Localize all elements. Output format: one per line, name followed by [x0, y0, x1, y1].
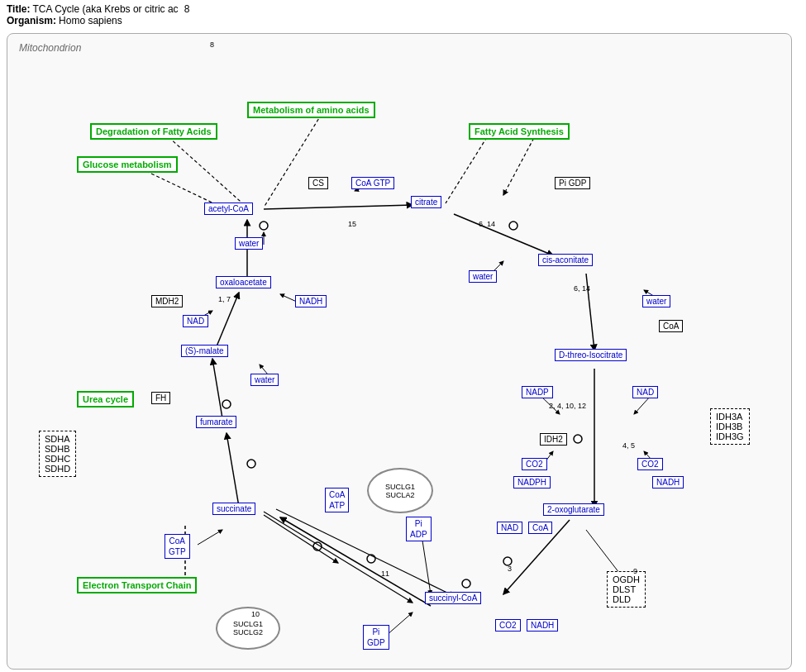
gene-sdhc: SDHC	[45, 454, 70, 464]
metabolite-nadh2[interactable]: NADH	[652, 476, 684, 489]
svg-point-22	[247, 460, 255, 468]
metabolite-nadph[interactable]: NADPH	[513, 476, 551, 489]
svg-line-11	[212, 359, 222, 418]
metabolite-oxaloacetate[interactable]: oxaloacetate	[216, 276, 271, 288]
svg-point-27	[509, 222, 517, 230]
pathway-glucose-metabolism[interactable]: Glucose metabolism	[77, 156, 178, 173]
svg-point-26	[574, 435, 582, 443]
metabolite-co2-1[interactable]: CO2	[522, 458, 547, 470]
num-3: 3	[508, 565, 512, 573]
metabolite-pi-gdp[interactable]: PiGDP	[363, 625, 389, 650]
metabolite-cis-aconitate[interactable]: cis-aconitate	[538, 254, 593, 266]
svg-line-34	[264, 515, 338, 563]
svg-point-24	[367, 555, 375, 563]
metabolite-coa-cs[interactable]: CoA GTP	[351, 177, 394, 189]
gene-ogdh: OGDH	[613, 574, 640, 584]
organism-label: Organism:	[7, 15, 56, 26]
title-value: TCA Cycle (aka Krebs or citric ac	[33, 3, 179, 15]
pathway-amino-acids[interactable]: Metabolism of amino acids	[247, 102, 375, 118]
metabolite-water4[interactable]: water	[250, 374, 279, 386]
metabolite-acetyl-coa[interactable]: acetyl-CoA	[204, 203, 253, 215]
gene-sdhb: SDHB	[45, 444, 70, 454]
enzyme-mdh2[interactable]: MDH2	[151, 295, 183, 307]
metabolite-nadh1[interactable]: NADH	[295, 295, 327, 307]
metabolite-coa1[interactable]: CoA	[528, 522, 552, 534]
organism-value: Homo sapiens	[59, 15, 122, 26]
svg-line-10	[227, 433, 239, 507]
metabolite-nad3[interactable]: NAD	[497, 522, 522, 534]
gene-sdhd: SDHD	[45, 464, 70, 474]
metabolite-2-oxoglutarate[interactable]: 2-oxoglutarate	[543, 503, 604, 516]
num-6-14a: 6, 14	[479, 220, 495, 228]
metabolite-coa-gtp[interactable]: CoAGTP	[165, 534, 190, 559]
enzyme-idh2[interactable]: IDH2	[540, 433, 567, 446]
num-11: 11	[381, 570, 389, 578]
svg-point-23	[313, 542, 322, 550]
num-15: 15	[348, 220, 356, 228]
metabolite-succinyl-coa[interactable]: succinyl-CoA	[425, 592, 481, 604]
svg-line-5	[454, 214, 553, 255]
enzyme-cs[interactable]: CS	[308, 177, 328, 189]
svg-point-20	[260, 222, 268, 230]
gene-dld: DLD	[613, 594, 640, 604]
num-8: 8	[210, 41, 214, 49]
metabolite-co2-3[interactable]: CO2	[495, 619, 521, 631]
gene-group-sucl1: SUCLG1 SUCLA2	[367, 468, 433, 513]
svg-point-28	[462, 579, 470, 588]
num-6-14b: 6, 14	[574, 284, 590, 293]
metabolite-nadp[interactable]: NADP	[522, 386, 553, 398]
gene-idh3b: IDH3B	[716, 422, 744, 431]
svg-line-2	[446, 137, 487, 203]
svg-line-31	[198, 530, 222, 545]
metabolite-water3[interactable]: water	[642, 295, 670, 307]
metabolite-water1[interactable]: water	[235, 237, 263, 250]
num-10: 10	[251, 610, 260, 618]
diagram-container: Mitochondrion	[7, 33, 792, 670]
gene-suclg1: SUCLG1	[385, 483, 415, 491]
metabolite-pi-adp[interactable]: PiADP	[406, 517, 432, 541]
pathway-electron-transport[interactable]: Electron Transport Chain	[77, 577, 197, 593]
gene-idh3g: IDH3G	[716, 431, 744, 441]
metabolite-d-threo-isocitrate[interactable]: D-threo-Isocitrate	[555, 349, 627, 361]
metabolite-citrate[interactable]: citrate	[411, 196, 441, 208]
enzyme-fh[interactable]: FH	[151, 392, 170, 404]
enzyme-aco2-2[interactable]: CoA	[659, 320, 683, 332]
gene-idh3a: IDH3A	[716, 412, 744, 422]
pathway-fatty-acid-synthesis[interactable]: Fatty Acid Synthesis	[469, 123, 570, 140]
metabolite-succinate[interactable]: succinate	[212, 503, 255, 515]
svg-line-1	[264, 114, 322, 207]
metabolite-fumarate[interactable]: fumarate	[196, 416, 236, 428]
page-header: Title: TCA Cycle (aka Krebs or citric ac…	[0, 0, 806, 30]
metabolite-co2-2[interactable]: CO2	[637, 458, 663, 470]
svg-line-40	[634, 396, 651, 414]
metabolite-coa-atp[interactable]: CoAATP	[325, 488, 349, 512]
num-4-5: 4, 5	[622, 441, 635, 450]
svg-point-21	[222, 400, 231, 408]
title-label: Title:	[7, 3, 30, 15]
num-9: 9	[633, 567, 637, 575]
svg-line-38	[503, 133, 537, 195]
metabolite-water2[interactable]: water	[469, 270, 497, 283]
gene-suclg2: SUCLG2	[233, 628, 263, 636]
enzyme-aco2-1[interactable]: Pi GDP	[555, 177, 590, 189]
metabolite-nad1[interactable]: NAD	[183, 315, 208, 327]
metabolite-nad2[interactable]: NAD	[632, 386, 658, 398]
gene-sdha: SDHA	[45, 434, 70, 444]
compartment-label: Mitochondrion	[19, 42, 81, 54]
metabolite-nadh3[interactable]: NADH	[527, 619, 558, 631]
metabolite-s-malate[interactable]: (S)-malate	[181, 345, 228, 357]
gene-dlst: DLST	[613, 584, 640, 594]
title-num: 8	[184, 3, 190, 15]
svg-line-35	[264, 512, 413, 603]
num-2-4-10-12: 2, 4, 10, 12	[549, 402, 586, 410]
pathway-fatty-acids[interactable]: Degradation of Fatty Acids	[90, 123, 217, 140]
gene-group-sucl2: SUCLG1 SUCLG2	[216, 607, 280, 650]
svg-line-0	[169, 137, 247, 207]
gene-group-idh3: IDH3A IDH3B IDH3G	[710, 408, 750, 445]
svg-line-4	[264, 205, 413, 209]
gene-suclg1b: SUCLG1	[233, 620, 263, 628]
gene-group-ogdh: OGDH DLST DLD	[607, 571, 646, 608]
num-1-7: 1, 7	[218, 295, 231, 303]
gene-group-sdh: SDHA SDHB SDHC SDHD	[39, 431, 76, 477]
pathway-urea-cycle[interactable]: Urea cycle	[77, 391, 134, 407]
